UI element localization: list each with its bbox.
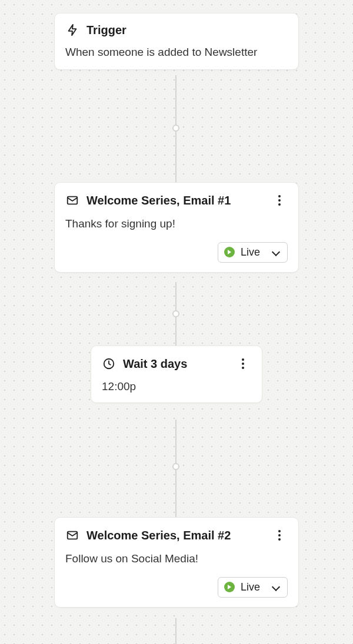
connector-line — [175, 618, 176, 644]
workflow-canvas[interactable]: Trigger When someone is added to Newslet… — [0, 0, 353, 644]
chevron-down-icon — [272, 583, 280, 591]
status-label: Live — [241, 246, 260, 259]
card-menu-button[interactable] — [271, 192, 288, 209]
email-card-2[interactable]: Welcome Series, Email #2 Follow us on So… — [54, 517, 299, 608]
email-card-1[interactable]: Welcome Series, Email #1 Thanks for sign… — [54, 182, 299, 273]
trigger-title: Trigger — [86, 24, 288, 37]
wait-card[interactable]: Wait 3 days 12:00p — [91, 346, 262, 403]
status-dropdown[interactable]: Live — [218, 577, 288, 598]
status-label: Live — [241, 581, 260, 593]
email-title: Welcome Series, Email #2 — [86, 529, 264, 542]
trigger-card[interactable]: Trigger When someone is added to Newslet… — [54, 13, 299, 70]
trigger-description: When someone is added to Newsletter — [65, 45, 288, 60]
wait-time: 12:00p — [102, 380, 251, 393]
wait-title: Wait 3 days — [123, 357, 228, 371]
email-subject: Thanks for signing up! — [65, 217, 288, 232]
chevron-down-icon — [272, 248, 280, 256]
email-icon — [65, 528, 79, 542]
card-menu-button[interactable] — [271, 527, 288, 544]
play-icon — [224, 582, 235, 592]
bolt-icon — [65, 23, 79, 37]
add-step-handle[interactable] — [172, 463, 179, 470]
card-menu-button[interactable] — [235, 355, 251, 372]
add-step-handle[interactable] — [172, 125, 179, 132]
play-icon — [224, 247, 235, 257]
email-title: Welcome Series, Email #1 — [86, 194, 264, 207]
email-subject: Follow us on Social Media! — [65, 552, 288, 566]
add-step-handle[interactable] — [172, 310, 179, 317]
email-icon — [65, 193, 79, 207]
clock-icon — [102, 357, 116, 371]
status-dropdown[interactable]: Live — [218, 242, 288, 263]
